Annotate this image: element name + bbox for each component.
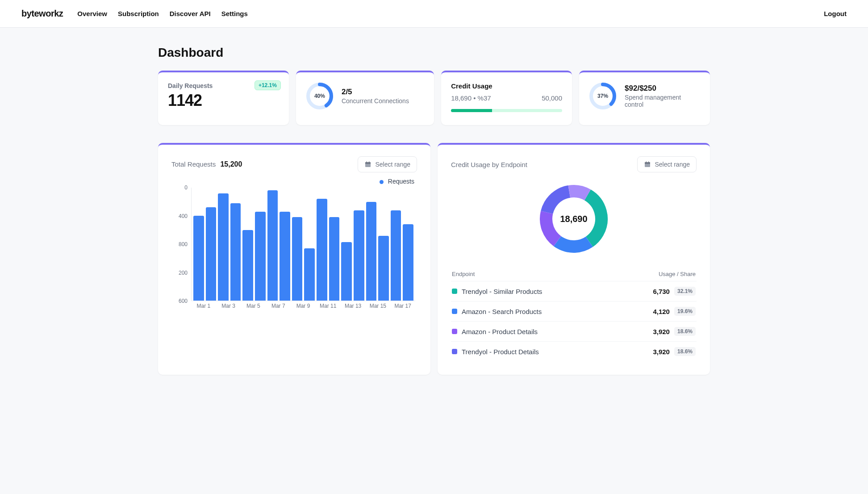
credit-used: 18,690 • %37 [451, 94, 491, 102]
endpoint-list: Trendyol - Similar Products6,73032.1%Ama… [451, 281, 697, 361]
endpoint-usage: 6,730 [653, 288, 670, 295]
bar [292, 217, 303, 301]
x-tick: Mar 5 [241, 303, 266, 313]
bar-chart-title-value: 15,200 [220, 160, 242, 168]
daily-requests-value: 1142 [168, 91, 279, 110]
nav-overview[interactable]: Overview [77, 10, 107, 17]
bar [378, 236, 389, 301]
endpoint-swatch-icon [452, 309, 457, 314]
svg-rect-10 [646, 161, 647, 163]
endpoint-row: Trendyol - Similar Products6,73032.1% [451, 281, 697, 301]
endpoint-share-badge: 18.6% [674, 347, 696, 356]
endpoint-swatch-icon [452, 289, 457, 294]
bar [354, 210, 364, 301]
y-tick: 0 [184, 184, 188, 191]
endpoint-name: Trendyol - Similar Products [462, 288, 653, 295]
credit-progress-track [451, 109, 562, 112]
endpoint-usage: 3,920 [653, 328, 670, 335]
endpoint-share-badge: 18.6% [674, 327, 696, 336]
endpoint-share-badge: 32.1% [674, 287, 696, 296]
bar-chart-legend: Requests [174, 178, 414, 185]
svg-rect-7 [369, 161, 369, 163]
endpoint-header-right: Usage / Share [659, 271, 696, 277]
endpoint-name: Amazon - Search Products [462, 308, 653, 315]
bar [267, 190, 278, 301]
spend-ring-percent: 37% [589, 82, 617, 110]
connections-fraction: 2/5 [342, 88, 409, 96]
card-spend-management: 37% $92/$250 Spend management control [579, 71, 710, 125]
bar-chart-range-button[interactable]: Select range [358, 156, 417, 172]
main-nav: Overview Subscription Discover API Setti… [77, 10, 248, 17]
bar [391, 210, 401, 301]
bar-chart-bars [192, 188, 415, 301]
card-credit-by-endpoint: Credit Usage by Endpoint Select range 18… [438, 143, 710, 375]
topbar: byteworkz Overview Subscription Discover… [0, 0, 868, 28]
y-tick: 800 [179, 241, 188, 247]
svg-rect-6 [367, 161, 367, 163]
bar [255, 212, 266, 301]
endpoint-row: Amazon - Product Details3,92018.6% [451, 321, 697, 341]
donut-chart-range-button[interactable]: Select range [637, 156, 697, 172]
spend-ring-icon: 37% [589, 82, 617, 110]
bar [317, 199, 327, 301]
calendar-icon [364, 161, 371, 168]
card-credit-usage: Credit Usage 18,690 • %37 50,000 [441, 71, 572, 125]
bar [366, 202, 377, 301]
card-connections: 40% 2/5 Concurrent Connections [296, 71, 434, 125]
endpoint-row: Amazon - Search Products4,12019.6% [451, 301, 697, 321]
card-daily-requests: Daily Requests 1142 +12.1% [158, 71, 289, 125]
x-tick: Mar 13 [341, 303, 366, 313]
nav-subscription[interactable]: Subscription [118, 10, 159, 17]
endpoint-swatch-icon [452, 329, 457, 334]
connections-label: Concurrent Connections [342, 97, 409, 105]
bar [230, 203, 241, 301]
calendar-icon [644, 161, 651, 168]
credit-title: Credit Usage [451, 82, 562, 90]
daily-requests-delta-badge: +12.1% [255, 80, 281, 90]
donut-chart: 18,690 [538, 183, 609, 255]
x-tick: Mar 1 [191, 303, 216, 313]
bar-chart-x-axis: Mar 1Mar 3Mar 5Mar 7Mar 9Mar 11Mar 13Mar… [191, 303, 415, 313]
bar [341, 242, 352, 301]
bar-chart-title-label: Total Requests [171, 160, 216, 168]
bar [329, 217, 340, 301]
donut-center-value: 18,690 [538, 183, 609, 255]
bar [242, 230, 253, 301]
connections-ring-percent: 40% [306, 82, 334, 110]
x-tick: Mar 9 [291, 303, 316, 313]
y-tick: 200 [179, 270, 188, 276]
logout-link[interactable]: Logout [824, 10, 847, 17]
x-tick: Mar 3 [216, 303, 241, 313]
spend-amount: $92/$250 [625, 84, 700, 93]
svg-rect-5 [365, 162, 371, 163]
page-title: Dashboard [158, 46, 710, 60]
endpoint-usage: 3,920 [653, 348, 670, 356]
x-tick: Mar 15 [365, 303, 390, 313]
bar-chart-plot [191, 188, 415, 301]
bar [193, 216, 204, 301]
brand-logo: byteworkz [21, 8, 63, 19]
endpoint-usage: 4,120 [653, 308, 670, 315]
donut-chart-title: Credit Usage by Endpoint [451, 161, 527, 168]
card-total-requests-chart: Total Requests 15,200 Select range Reque… [158, 143, 430, 375]
nav-settings[interactable]: Settings [221, 10, 248, 17]
spend-label: Spend management control [625, 94, 700, 108]
endpoint-header-left: Endpoint [452, 271, 475, 277]
endpoint-share-badge: 19.6% [674, 307, 696, 316]
bar-chart-range-label: Select range [375, 161, 410, 168]
nav-discover-api[interactable]: Discover API [170, 10, 211, 17]
endpoint-swatch-icon [452, 349, 457, 354]
svg-rect-11 [648, 161, 649, 163]
endpoint-name: Trendyol - Product Details [462, 348, 653, 356]
bar [218, 193, 229, 301]
y-tick: 400 [179, 213, 188, 219]
x-tick: Mar 11 [316, 303, 341, 313]
legend-dot-icon [380, 180, 384, 184]
x-tick: Mar 7 [266, 303, 291, 313]
bar-chart-y-axis: 6002008004000 [171, 188, 189, 301]
bar [206, 207, 217, 301]
bar [280, 212, 290, 301]
credit-progress-fill [451, 109, 492, 112]
bar [304, 248, 315, 301]
x-tick: Mar 17 [390, 303, 415, 313]
